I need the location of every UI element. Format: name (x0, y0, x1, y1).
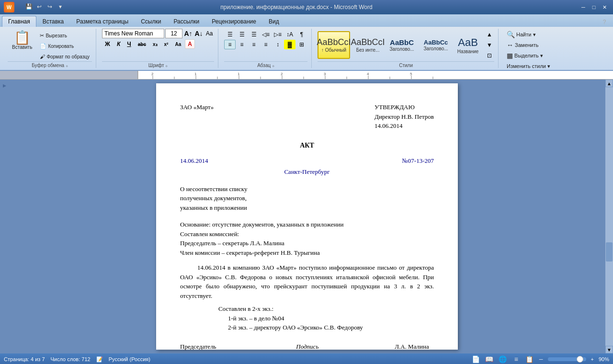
styles-scroll-down[interactable]: ▼ (485, 40, 494, 50)
ruler-svg: 2 1 1 2 3 4 5 (138, 71, 613, 80)
tab-vid[interactable]: Вид (262, 16, 285, 27)
maximize-button[interactable]: □ (589, 3, 599, 11)
border-button[interactable]: ⊞ (296, 40, 307, 49)
view-outline-button[interactable]: ≡ (511, 354, 521, 364)
svg-text:1: 1 (194, 72, 197, 76)
clear-format-button[interactable]: Aa (204, 29, 214, 38)
styles-scroll-up[interactable]: ▲ (485, 30, 494, 39)
scroll-down-button[interactable]: ▼ (605, 346, 613, 353)
member-line: Член комиссии – секретарь-референт Н.В. … (180, 248, 434, 258)
zoom-slider[interactable] (548, 357, 586, 361)
tab-rassylki[interactable]: Рассылки (167, 16, 205, 27)
copy-button[interactable]: 📄Копировать (37, 41, 92, 51)
qa-undo[interactable]: ↩ (34, 2, 44, 11)
ribbon: Главная Вставка Разметка страницы Ссылки… (0, 14, 613, 71)
style-nazvanie[interactable]: AaВ Название (454, 31, 482, 59)
view-reading-button[interactable]: 📖 (485, 354, 494, 364)
copy1-line: 1-й экз. – в дело №04 (228, 314, 434, 323)
font-items: A↑ A↓ Aa Ж К Ч abc x₂ x² Аа A (102, 29, 214, 49)
zoom-minus-button[interactable]: ─ (538, 356, 544, 362)
scroll-up-button[interactable]: ▲ (605, 80, 613, 87)
font-format-row: Ж К Ч abc x₂ x² Аа A (102, 39, 214, 49)
tab-razmetka[interactable]: Разметка страницы (70, 16, 135, 27)
shading-button[interactable]: ▓ (284, 40, 295, 49)
view-web-button[interactable]: 🌐 (498, 354, 508, 364)
font-shrink-button[interactable]: A↓ (194, 29, 204, 38)
increase-indent-button[interactable]: ▷≡ (272, 30, 284, 39)
font-grow-button[interactable]: A↑ (183, 29, 193, 38)
styles-container: AaBbCcI ↑ Обычный AaBbCcI Без инте... Aa… (318, 30, 494, 60)
window-title: приложение. информационные док.docx - Mi… (220, 4, 372, 11)
minimize-button[interactable]: ─ (579, 3, 588, 11)
change-styles-button[interactable]: Изменить стили ▾ (504, 61, 553, 71)
approve-director: Директор Н.В. Петров (375, 112, 434, 122)
main-area: ▸ ЗАО «Март» УТВЕРЖДАЮ Директор Н.В. Пет… (0, 80, 613, 353)
sort-button[interactable]: ↕A (284, 30, 295, 39)
doc-meta-row: 14.06.2014 №07-13-207 (180, 156, 434, 166)
style-bez-inte[interactable]: AaBbCcI Без инте... (352, 31, 384, 59)
clipboard-items: 📋 Вставить ✂Вырезать 📄Копировать 🖌Формат… (8, 29, 92, 61)
spell-check-icon[interactable]: 📝 (96, 356, 103, 363)
subscript-button[interactable]: x₂ (150, 39, 160, 49)
paragraph-label: Абзац ⬦ (224, 61, 307, 68)
close-button[interactable]: ✕ (600, 3, 609, 11)
paste-button[interactable]: 📋 Вставить (8, 30, 36, 51)
quick-access-toolbar: 💾 ↩ ↪ ▾ (24, 2, 65, 11)
status-right: 📄 📖 🌐 ≡ 📋 ─ + 90% (471, 354, 609, 364)
strikethrough-button[interactable]: abc (135, 39, 149, 49)
ribbon-help[interactable]: ? (600, 17, 609, 27)
select-button[interactable]: ▦ Выделить ▾ (504, 51, 545, 60)
multilevel-list-button[interactable]: ☰ (248, 30, 260, 39)
styles-more[interactable]: ⊡ (485, 51, 494, 60)
line-spacing-button[interactable]: ↕ (272, 40, 284, 49)
justify-button[interactable]: ≡ (260, 40, 272, 49)
title-bar: W 💾 ↩ ↪ ▾ приложение. информационные док… (0, 0, 613, 14)
tab-ssylki[interactable]: Ссылки (135, 16, 167, 27)
highlight-button[interactable]: A (185, 39, 195, 49)
ribbon-content: 📋 Вставить ✂Вырезать 📄Копировать 🖌Формат… (0, 27, 613, 70)
font-name-input[interactable] (102, 29, 164, 38)
underline-button[interactable]: Ч (124, 39, 134, 49)
styles-items: AaBbCcI ↑ Обычный AaBbCcI Без инте... Aa… (318, 29, 494, 61)
superscript-button[interactable]: x² (161, 39, 171, 49)
zoom-thumb[interactable] (577, 356, 583, 363)
style-obychny[interactable]: AaBbCcI ↑ Обычный (318, 31, 350, 59)
show-formatting-button[interactable]: ¶ (296, 30, 307, 39)
editing-items: 🔍 Найти ▾ ↔ Заменить ▦ Выделить ▾ Измени… (504, 29, 553, 71)
tab-vstavka[interactable]: Вставка (36, 16, 70, 27)
tab-retsenzirovanie[interactable]: Рецензирование (205, 16, 262, 27)
bold-button[interactable]: Ж (102, 39, 113, 49)
align-center-button[interactable]: ≡ (236, 40, 248, 49)
font-size-input[interactable] (165, 29, 182, 38)
company-name: ЗАО «Март» (180, 102, 214, 112)
document-page: ЗАО «Март» УТВЕРЖДАЮ Директор Н.В. Петро… (156, 83, 458, 350)
format-painter-button[interactable]: 🖌Формат по образцу (37, 52, 92, 61)
italic-button[interactable]: К (114, 39, 123, 49)
qa-redo[interactable]: ↪ (45, 2, 55, 11)
qa-save[interactable]: 💾 (24, 2, 34, 11)
zoom-plus-button[interactable]: + (590, 356, 595, 362)
align-right-button[interactable]: ≡ (248, 40, 260, 49)
paragraph-group: ☰ ☰ ☰ ◁≡ ▷≡ ↕A ¶ ≡ ≡ ≡ ≡ ↕ ▓ (220, 29, 312, 68)
act-title: АКТ (180, 140, 434, 150)
style-zagolovok1[interactable]: AaBbC Заголово... (386, 31, 418, 59)
para-buttons: ☰ ☰ ☰ ◁≡ ▷≡ ↕A ¶ ≡ ≡ ≡ ≡ ↕ ▓ (224, 30, 307, 49)
ruler: 2 1 1 2 3 4 5 (0, 71, 613, 80)
sig-signs: Подпись Подпись (296, 342, 318, 354)
qa-dropdown[interactable]: ▾ (56, 2, 65, 11)
case-button[interactable]: Аа (172, 39, 184, 49)
bullet-list-button[interactable]: ☰ (224, 30, 236, 39)
numbered-list-button[interactable]: ☰ (236, 30, 248, 39)
cut-button[interactable]: ✂Вырезать (37, 31, 92, 40)
replace-button[interactable]: ↔ Заменить (504, 40, 541, 50)
style-zagolovok2[interactable]: AaBbCc Заголово... (420, 31, 452, 59)
scroll-thumb[interactable] (606, 242, 613, 262)
view-draft-button[interactable]: 📋 (525, 354, 534, 364)
scroll-track[interactable] (605, 87, 613, 346)
align-left-button[interactable]: ≡ (224, 40, 236, 49)
find-button[interactable]: 🔍 Найти ▾ (504, 30, 538, 39)
view-normal-button[interactable]: 📄 (471, 354, 481, 364)
tab-glavnaya[interactable]: Главная (2, 16, 36, 27)
decrease-indent-button[interactable]: ◁≡ (260, 30, 272, 39)
svg-text:3: 3 (324, 72, 326, 76)
